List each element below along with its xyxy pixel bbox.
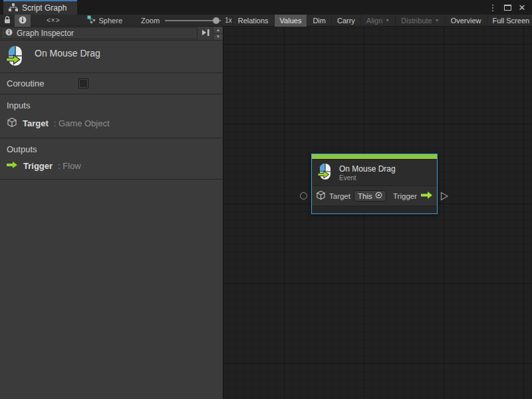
lock-button[interactable] bbox=[0, 15, 15, 27]
node-input-port[interactable] bbox=[300, 192, 307, 200]
node-ports-row: Target This Trigger bbox=[312, 186, 437, 205]
inspector-title-box: Graph Inspector bbox=[1, 27, 198, 39]
scroll-up-icon[interactable]: ▲ bbox=[213, 27, 223, 34]
window-close-icon[interactable]: ✕ bbox=[516, 1, 528, 13]
inputs-header: Inputs bbox=[0, 100, 223, 110]
on-mouse-drag-icon bbox=[5, 45, 25, 68]
coroutine-row: Coroutine bbox=[0, 73, 223, 94]
node-target-label: Target bbox=[329, 192, 350, 200]
lock-icon bbox=[4, 16, 11, 25]
zoom-label: Zoom bbox=[141, 17, 160, 25]
input-target-type: : Game Object bbox=[54, 118, 110, 128]
chevron-down-icon: ▼ bbox=[385, 18, 390, 23]
input-target-row: Target : Game Object bbox=[0, 117, 223, 130]
node-header[interactable]: On Mouse Drag Event bbox=[312, 160, 437, 186]
node-output-port[interactable] bbox=[440, 192, 449, 203]
input-target-name: Target bbox=[23, 118, 49, 128]
tab-script-graph[interactable]: Script Graph bbox=[3, 0, 77, 15]
zoom-slider-handle[interactable] bbox=[213, 17, 219, 24]
on-mouse-drag-node[interactable]: On Mouse Drag Event Target This bbox=[311, 154, 438, 214]
inspector-node-header: On Mouse Drag bbox=[0, 41, 223, 73]
chevron-down-icon: ▼ bbox=[435, 18, 440, 23]
output-trigger-row: Trigger : Flow bbox=[0, 161, 223, 171]
dock-panel-icon bbox=[201, 29, 210, 39]
window-menu-icon[interactable]: ⋮ bbox=[487, 1, 499, 13]
node-title: On Mouse Drag bbox=[339, 164, 396, 174]
node-footer bbox=[312, 205, 437, 213]
window-tab-bar: Script Graph ⋮ ✕ bbox=[0, 0, 532, 15]
node-trigger-label: Trigger bbox=[393, 192, 417, 200]
info-icon bbox=[19, 16, 27, 25]
on-mouse-drag-icon bbox=[317, 163, 333, 183]
toolbar-button-group: Relations Values Dim Carry Align ▼ Distr… bbox=[232, 15, 532, 27]
node-input-group: Target This bbox=[316, 190, 386, 201]
tab-label: Script Graph bbox=[22, 3, 66, 13]
toolbar-button-carry[interactable]: Carry bbox=[331, 15, 360, 27]
flow-arrow-icon bbox=[420, 191, 433, 201]
zoom-control: Zoom 1x bbox=[141, 17, 232, 25]
inputs-section: Inputs Target : Game Object bbox=[0, 94, 223, 138]
toolbar-button-label: Distribute bbox=[401, 17, 432, 25]
toolbar-button-fullscreen[interactable]: Full Screen bbox=[487, 15, 532, 27]
inspector-header: Graph Inspector ▲ ▼ bbox=[0, 27, 223, 41]
inspector-toggle-button[interactable] bbox=[15, 15, 31, 27]
node-output-group: Trigger bbox=[393, 191, 433, 201]
graph-toolbar: <×> Sphere Zoom 1x Relations Values Dim … bbox=[0, 15, 532, 27]
toolbar-button-distribute[interactable]: Distribute ▼ bbox=[395, 15, 444, 27]
node-subtitle: Event bbox=[339, 174, 396, 182]
target-value-label: This bbox=[358, 192, 372, 200]
graph-pointer-label: Sphere bbox=[99, 17, 122, 25]
cube-icon bbox=[316, 190, 326, 201]
toolbar-button-values[interactable]: Values bbox=[274, 15, 307, 27]
inspector-node-title: On Mouse Drag bbox=[35, 48, 100, 59]
window-controls: ⋮ ✕ bbox=[487, 0, 532, 15]
scroll-down-icon[interactable]: ▼ bbox=[213, 34, 223, 41]
cube-icon bbox=[7, 117, 17, 130]
toolbar-button-overview[interactable]: Overview bbox=[445, 15, 487, 27]
inspector-title: Graph Inspector bbox=[17, 29, 74, 38]
outputs-section: Outputs Trigger : Flow bbox=[0, 138, 223, 180]
output-trigger-name: Trigger bbox=[23, 161, 53, 171]
inspector-scroll-stepper: ▲ ▼ bbox=[213, 27, 223, 40]
maximize-glyph bbox=[504, 5, 511, 11]
graph-canvas[interactable]: On Mouse Drag Event Target This bbox=[224, 27, 532, 399]
coroutine-checkbox[interactable] bbox=[78, 78, 88, 88]
graph-pointer-icon bbox=[87, 15, 96, 25]
code-view-button[interactable]: <×> bbox=[31, 15, 76, 27]
zoom-slider[interactable] bbox=[165, 17, 221, 25]
window-maximize-icon[interactable] bbox=[501, 1, 513, 13]
toolbar-button-align[interactable]: Align ▼ bbox=[360, 15, 395, 27]
inspector-empty-area bbox=[0, 180, 223, 399]
code-icon: <×> bbox=[35, 17, 72, 24]
dock-panel-button[interactable] bbox=[198, 27, 213, 40]
graph-pointer-breadcrumb[interactable]: Sphere bbox=[87, 15, 122, 25]
outputs-header: Outputs bbox=[0, 144, 223, 154]
toolbar-button-dim[interactable]: Dim bbox=[307, 15, 331, 27]
zoom-value: 1x bbox=[225, 17, 232, 24]
info-icon bbox=[5, 29, 13, 38]
graph-inspector-panel: Graph Inspector ▲ ▼ On Mouse Drag bbox=[0, 27, 223, 399]
flow-arrow-icon bbox=[7, 161, 18, 171]
toolbar-button-label: Align bbox=[366, 17, 382, 25]
coroutine-label: Coroutine bbox=[0, 78, 78, 88]
node-accent-bar bbox=[312, 154, 437, 160]
script-graph-icon bbox=[9, 3, 18, 13]
target-value-chip[interactable]: This bbox=[354, 190, 386, 201]
object-picker-icon[interactable] bbox=[375, 192, 382, 200]
toolbar-button-relations[interactable]: Relations bbox=[232, 15, 274, 27]
output-trigger-type: : Flow bbox=[58, 161, 81, 171]
